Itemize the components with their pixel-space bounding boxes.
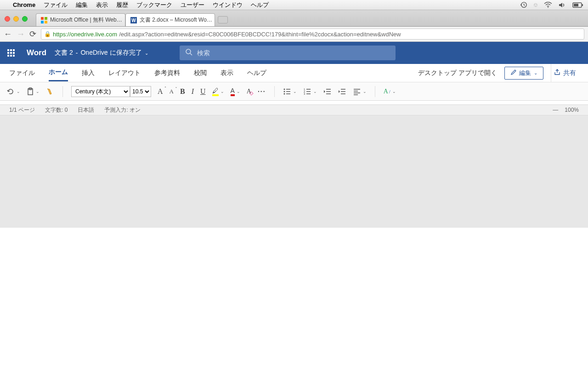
svg-point-16 (283, 93, 285, 94)
chevron-down-icon: ⌄ (534, 70, 537, 75)
forward-button[interactable]: → (17, 29, 25, 39)
share-button[interactable]: 共有 (551, 64, 579, 82)
increase-indent-button[interactable] (338, 88, 346, 95)
app-launcher-icon[interactable] (4, 46, 18, 60)
font-size-select[interactable]: 10.5 (130, 86, 151, 97)
predictive-input-status[interactable]: 予測入力: オン (104, 106, 141, 114)
font-color-button[interactable]: A⌄ (231, 87, 240, 96)
battery-icon[interactable] (572, 2, 583, 8)
pencil-icon (510, 69, 516, 77)
empty-area (0, 115, 588, 228)
page-count[interactable]: 1/1 ページ (9, 106, 35, 114)
close-window-button[interactable] (5, 16, 10, 22)
document-title-area[interactable]: 文書 2 - OneDrive に保存完了 ⌄ (55, 49, 148, 57)
word-favicon-icon: W (130, 17, 137, 23)
paste-button[interactable]: ⌄ (27, 87, 40, 96)
underline-button[interactable]: U (200, 87, 206, 96)
address-bar[interactable]: 🔒 https://onedrive.live.com/edit.aspx?ac… (41, 29, 584, 40)
home-toolbar: ⌄ ⌄ Century (本文) 10.5 Aˆ Aˇ B I U 🖊⌄ A⌄ … (0, 82, 588, 101)
share-icon (554, 69, 560, 77)
mac-menu-view[interactable]: 表示 (96, 1, 108, 9)
browser-tab-word-doc[interactable]: W 文書 2.docx – Microsoft Wo… × (125, 13, 215, 26)
svg-rect-5 (41, 17, 44, 20)
numbering-button[interactable]: 123⌄ (303, 88, 317, 95)
tab-view[interactable]: 表示 (220, 65, 233, 81)
tab-help[interactable]: ヘルプ (247, 65, 266, 81)
svg-point-15 (283, 91, 285, 92)
svg-text:3: 3 (304, 92, 305, 95)
document-name: 文書 2 (55, 49, 73, 57)
bullets-button[interactable]: ⌄ (283, 88, 297, 95)
new-tab-button[interactable] (218, 16, 228, 23)
clear-formatting-button[interactable]: A◇ (247, 88, 251, 95)
time-machine-icon[interactable] (520, 1, 527, 8)
tab-home[interactable]: ホーム (49, 64, 68, 81)
zoom-level[interactable]: 100% (565, 107, 579, 113)
zoom-window-button[interactable] (22, 16, 28, 22)
wifi-icon[interactable] (544, 2, 552, 8)
volume-icon[interactable] (559, 2, 566, 8)
browser-tab-office[interactable]: Microsoft Office | 無料 Web… × (36, 13, 125, 26)
highlight-color-button[interactable]: 🖊⌄ (212, 87, 224, 96)
svg-rect-3 (582, 4, 583, 6)
language-status[interactable]: 日本語 (78, 106, 94, 114)
mac-menu-history[interactable]: 履歴 (116, 1, 128, 9)
mac-menu-edit[interactable]: 編集 (76, 1, 88, 9)
back-button[interactable]: ← (4, 29, 12, 39)
search-box[interactable] (180, 46, 396, 60)
svg-rect-7 (41, 21, 44, 23)
app-name-word[interactable]: Word (27, 48, 46, 58)
decrease-indent-button[interactable] (323, 88, 332, 95)
bold-button[interactable]: B (180, 87, 185, 96)
shrink-font-button[interactable]: Aˇ (170, 88, 174, 95)
tab-insert[interactable]: 挿入 (82, 65, 95, 81)
mac-menu-file[interactable]: ファイル (44, 1, 68, 9)
bluetooth-icon[interactable]: ⎊ (534, 1, 537, 8)
word-count[interactable]: 文字数: 0 (45, 106, 68, 114)
status-bar: 1/1 ページ 文字数: 0 日本語 予測入力: オン — 100% (0, 104, 588, 115)
separator (274, 86, 275, 97)
lock-icon: 🔒 (44, 31, 51, 37)
search-input[interactable] (197, 49, 390, 57)
tab-layout[interactable]: レイアウト (108, 65, 141, 81)
tab-review[interactable]: 校閲 (194, 65, 207, 81)
reload-button[interactable]: ⟳ (29, 29, 36, 39)
svg-point-11 (186, 49, 191, 54)
mac-menu-users[interactable]: ユーザー (181, 1, 204, 9)
mac-menu-help[interactable]: ヘルプ (251, 1, 269, 9)
grow-font-button[interactable]: Aˆ (158, 87, 163, 96)
more-font-button[interactable]: ··· (258, 88, 266, 95)
svg-rect-8 (45, 21, 47, 23)
undo-button[interactable]: ⌄ (6, 87, 20, 96)
ribbon-tabs: ファイル ホーム 挿入 レイアウト 参考資料 校閲 表示 ヘルプ デスクトップ … (0, 64, 588, 82)
zoom-out-button[interactable]: — (553, 107, 558, 113)
mac-menu-window[interactable]: ウインドウ (213, 1, 243, 9)
tab-title: Microsoft Office | 無料 Web… (50, 16, 122, 24)
format-painter-button[interactable] (46, 87, 54, 96)
open-in-desktop-button[interactable]: デスクトップ アプリで開く (418, 65, 497, 81)
separator (375, 86, 375, 97)
svg-rect-4 (574, 4, 578, 6)
minimize-window-button[interactable] (13, 16, 19, 22)
align-button[interactable]: ⌄ (353, 88, 367, 95)
italic-button[interactable]: I (192, 87, 194, 96)
svg-point-1 (548, 7, 548, 8)
office-favicon-icon (41, 17, 47, 23)
browser-app-name[interactable]: Chrome (13, 1, 35, 8)
share-label: 共有 (563, 69, 576, 77)
mac-menu-bookmarks[interactable]: ブックマーク (136, 1, 172, 9)
window-controls (5, 16, 28, 22)
mac-menubar: Chrome ファイル 編集 表示 履歴 ブックマーク ユーザー ウインドウ ヘ… (0, 0, 588, 10)
url-origin: https://onedrive.live.com (53, 31, 117, 38)
svg-point-14 (283, 88, 285, 90)
tab-references[interactable]: 参考資料 (154, 65, 180, 81)
editing-mode-button[interactable]: 編集 ⌄ (504, 67, 543, 80)
font-family-select[interactable]: Century (本文) (71, 86, 130, 97)
chevron-down-icon: ⌄ (145, 51, 148, 56)
svg-rect-6 (45, 17, 47, 20)
document-canvas[interactable] (0, 101, 588, 104)
tab-file[interactable]: ファイル (9, 65, 35, 81)
svg-text:W: W (131, 18, 136, 23)
separator (62, 86, 63, 97)
styles-button[interactable]: A/⌄ (384, 88, 396, 95)
